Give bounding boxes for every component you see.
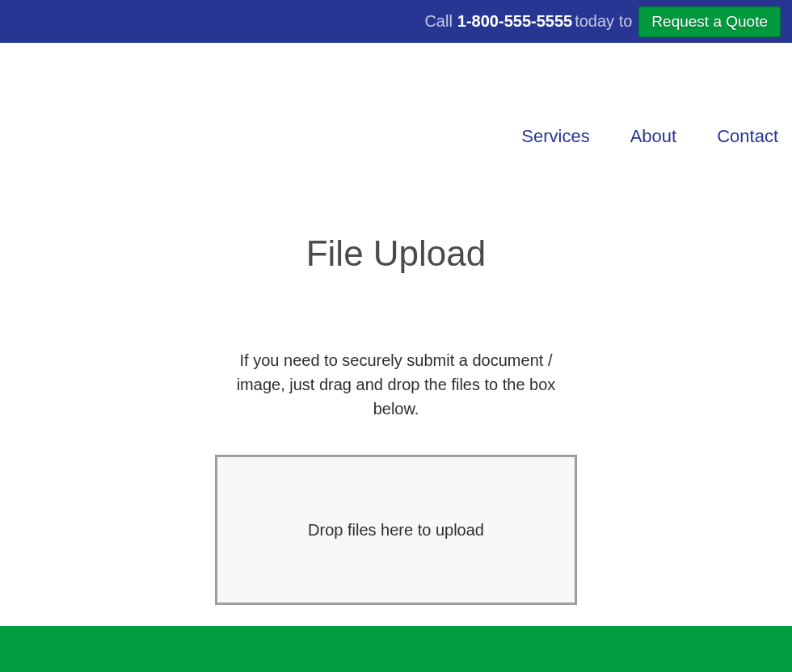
nav-about[interactable]: About	[630, 126, 677, 147]
file-dropzone[interactable]: Drop files here to upload	[215, 455, 577, 605]
phone-number[interactable]: 1-800-555-5555	[457, 12, 572, 31]
call-prefix: Call	[424, 12, 452, 31]
dropzone-label: Drop files here to upload	[308, 521, 484, 540]
main-content: If you need to securely submit a documen…	[0, 348, 792, 605]
main-nav: Services About Contact	[521, 126, 778, 147]
nav-contact[interactable]: Contact	[717, 126, 778, 147]
header-area: Services About Contact	[0, 43, 792, 230]
nav-services[interactable]: Services	[521, 126, 589, 147]
today-to-text: today to	[575, 12, 632, 31]
page-title: File Upload	[0, 233, 792, 274]
upload-description: If you need to securely submit a documen…	[217, 348, 576, 421]
request-quote-button[interactable]: Request a Quote	[638, 6, 781, 37]
top-bar: Call 1-800-555-5555 today to Request a Q…	[0, 0, 792, 43]
footer	[0, 626, 792, 672]
